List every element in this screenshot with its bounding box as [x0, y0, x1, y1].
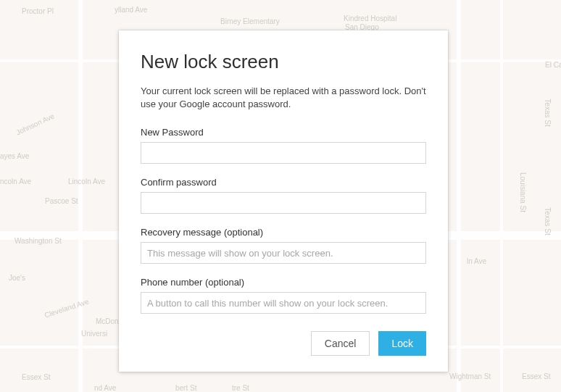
new-password-input[interactable]	[141, 142, 426, 164]
confirm-password-field: Confirm password	[141, 177, 426, 214]
lock-button[interactable]: Lock	[378, 331, 426, 356]
lock-screen-dialog: New lock screen Your current lock screen…	[119, 30, 448, 372]
phone-number-field: Phone number (optional)	[141, 277, 426, 314]
cancel-button[interactable]: Cancel	[311, 331, 370, 356]
new-password-field: New Password	[141, 127, 426, 164]
confirm-password-label: Confirm password	[141, 177, 426, 188]
recovery-message-input[interactable]	[141, 242, 426, 264]
confirm-password-input[interactable]	[141, 192, 426, 214]
dialog-actions: Cancel Lock	[141, 331, 426, 356]
dialog-description: Your current lock screen will be replace…	[141, 85, 426, 111]
new-password-label: New Password	[141, 127, 426, 138]
recovery-message-field: Recovery message (optional)	[141, 227, 426, 264]
phone-number-label: Phone number (optional)	[141, 277, 426, 288]
phone-number-input[interactable]	[141, 292, 426, 314]
recovery-message-label: Recovery message (optional)	[141, 227, 426, 238]
dialog-title: New lock screen	[141, 51, 426, 73]
